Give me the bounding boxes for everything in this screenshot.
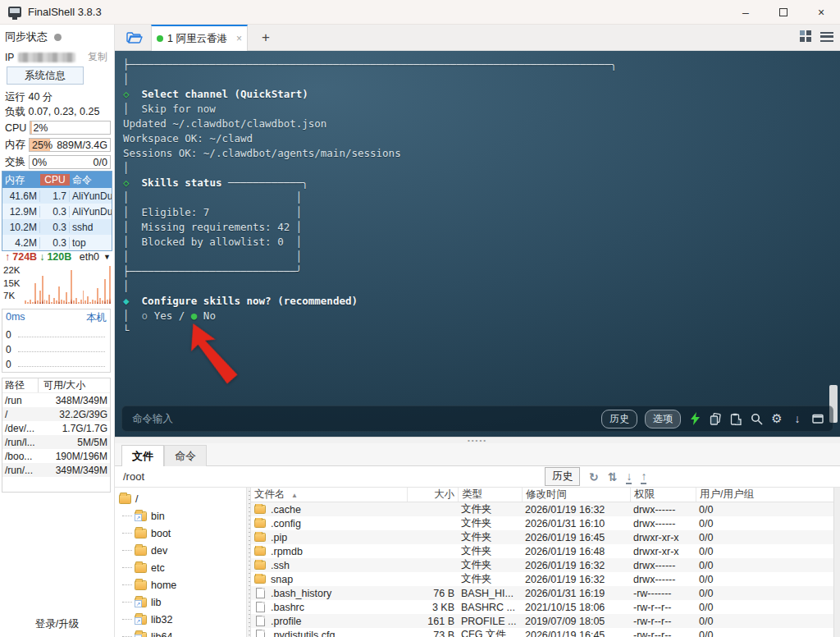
ping-target-link[interactable]: 本机: [86, 311, 107, 326]
disk-row[interactable]: /run/...349M/349M: [2, 463, 110, 477]
maximize-button[interactable]: [765, 0, 802, 25]
disk-path: /run/l...: [2, 437, 39, 448]
copy-icon[interactable]: [709, 412, 722, 425]
process-col-mem[interactable]: 内存: [2, 173, 40, 187]
file-row[interactable]: .profile161 BPROFILE ...2019/07/09 18:05…: [251, 614, 840, 628]
tree-item-etc[interactable]: etc: [115, 559, 246, 576]
interface-select[interactable]: eth0: [80, 251, 99, 263]
file-row[interactable]: .cache文件夹2026/01/19 16:32drwx------0/0: [251, 502, 840, 516]
terminal[interactable]: ├───────────────────────────────────────…: [115, 51, 840, 437]
file-owner: 0/0: [696, 546, 840, 557]
tab-files[interactable]: 文件: [121, 445, 164, 467]
search-icon[interactable]: [750, 412, 763, 425]
file-row[interactable]: .bash_history76 BBASH_HI...2026/01/31 16…: [251, 586, 840, 600]
open-connections-button[interactable]: [121, 27, 148, 48]
process-row[interactable]: 12.9M0.3AliYunDu: [2, 204, 112, 219]
tree-item-bin[interactable]: bin: [115, 507, 246, 525]
disk-row[interactable]: /32.2G/39G: [2, 407, 110, 421]
tab-commands[interactable]: 命令: [164, 445, 207, 467]
panel-splitter[interactable]: •••••: [115, 437, 840, 443]
tree-item-root[interactable]: /: [115, 490, 246, 507]
network-bar: [39, 291, 41, 304]
refresh-icon[interactable]: ↻: [589, 470, 599, 483]
ytick-22k: 22K: [3, 265, 25, 275]
col-mtime[interactable]: 修改时间: [522, 488, 630, 502]
paste-icon[interactable]: [729, 412, 742, 425]
tree-item-dev[interactable]: dev: [115, 542, 246, 559]
sidebar: 同步状态 IP 复制 系统信息 运行 40 分 负载 0.07, 0.23, 0…: [0, 25, 115, 637]
file-table-body: .cache文件夹2026/01/19 16:32drwx------0/0.c…: [251, 502, 840, 637]
gear-icon[interactable]: ⚙: [770, 412, 783, 425]
command-input[interactable]: [130, 412, 601, 425]
col-perm[interactable]: 权限: [630, 488, 696, 502]
process-col-cmd[interactable]: 命令: [70, 173, 112, 187]
disk-row[interactable]: /boo...190M/196M: [2, 449, 110, 463]
ping-row: 0: [6, 355, 107, 370]
load-text: 负载 0.07, 0.23, 0.25: [5, 105, 111, 119]
upload-file-icon[interactable]: ↑: [641, 470, 646, 484]
disk-col-path[interactable]: 路径: [2, 378, 39, 392]
col-size[interactable]: 大小: [407, 488, 458, 502]
download-icon[interactable]: ↓: [791, 412, 804, 425]
path-history-button[interactable]: 历史: [545, 467, 580, 486]
file-row[interactable]: .bashrc3 KBBASHRC ...2021/10/15 18:06-rw…: [251, 600, 840, 614]
network-bar: [66, 292, 67, 304]
options-button[interactable]: 选项: [645, 410, 681, 428]
process-row[interactable]: 10.2M0.3sshd: [2, 219, 112, 235]
network-bar: [34, 283, 36, 304]
current-path-input[interactable]: /root: [123, 470, 144, 483]
layout-grid-icon[interactable]: [800, 30, 812, 43]
file-name-cell: .ssh: [251, 560, 407, 571]
tree-item-lib[interactable]: lib: [115, 593, 246, 611]
file-owner: 0/0: [696, 630, 840, 637]
tab-close-icon[interactable]: ×: [236, 33, 242, 44]
file-name: .config: [271, 518, 301, 529]
terminal-output: ├───────────────────────────────────────…: [123, 57, 837, 338]
file-table-scrollbar[interactable]: [833, 488, 840, 637]
close-button[interactable]: ×: [802, 0, 840, 25]
history-button[interactable]: 历史: [601, 410, 637, 428]
process-cmd: top: [70, 237, 112, 249]
mem-detail: 889M/3.4G: [57, 140, 107, 151]
file-row[interactable]: .config文件夹2026/01/31 16:10drwx------0/0: [251, 516, 840, 530]
file-row[interactable]: .ssh文件夹2026/01/19 16:32drwx------0/0: [251, 558, 840, 572]
file-perm: drwx------: [630, 504, 696, 516]
session-tab[interactable]: 1 阿里云香港 ×: [151, 25, 248, 51]
disk-table-body: /run348M/349M/32.2G/39G/dev/...1.7G/1.7G…: [2, 393, 110, 477]
tree-item-boot[interactable]: boot: [115, 525, 246, 542]
menu-icon[interactable]: [820, 32, 833, 42]
file-row[interactable]: .pip文件夹2026/01/19 16:45drwxr-xr-x0/0: [251, 530, 840, 544]
copy-ip-button[interactable]: 复制: [88, 50, 107, 64]
col-type[interactable]: 类型: [458, 488, 522, 502]
col-owner[interactable]: 用户/用户组: [696, 488, 840, 502]
tree-item-home[interactable]: home: [115, 576, 246, 593]
cpu-value: 2%: [33, 122, 48, 134]
download-file-icon[interactable]: ↓: [626, 470, 632, 484]
sync-status-label: 同步状态: [5, 30, 48, 44]
interface-caret-icon[interactable]: ▼: [103, 253, 111, 261]
disk-row[interactable]: /run348M/349M: [2, 393, 110, 407]
file-row[interactable]: .pydistutils.cfg73 BCFG 文件2026/01/19 16:…: [251, 628, 840, 637]
window-icon[interactable]: [811, 412, 824, 425]
col-filename[interactable]: 文件名 ▲: [251, 488, 407, 502]
file-row[interactable]: snap文件夹2026/01/19 16:32drwx------0/0: [251, 572, 840, 586]
tree-item-lib32[interactable]: lib32: [115, 611, 246, 628]
file-row[interactable]: .rpmdb文件夹2026/01/19 16:48drwxr-xr-x0/0: [251, 544, 840, 558]
minimize-button[interactable]: –: [727, 0, 765, 25]
process-row[interactable]: 4.2M0.3top: [2, 235, 112, 250]
disk-row[interactable]: /run/l...5M/5M: [2, 435, 110, 449]
login-upgrade-link[interactable]: 登录/升级: [0, 617, 114, 631]
file-mtime: 2026/01/19 16:32: [522, 504, 630, 516]
process-row[interactable]: 41.6M1.7AliYunDu: [2, 188, 112, 204]
new-tab-button[interactable]: +: [256, 28, 276, 48]
file-perm: drwx------: [630, 518, 696, 529]
tree-item-lib64[interactable]: lib64: [115, 628, 246, 637]
system-info-button[interactable]: 系统信息: [7, 66, 84, 85]
lightning-icon[interactable]: [688, 412, 701, 425]
transfer-icon[interactable]: ⇅: [608, 470, 618, 483]
process-col-cpu[interactable]: CPU: [40, 174, 70, 186]
disk-row[interactable]: /dev/...1.7G/1.7G: [2, 421, 110, 435]
tree-connector: [122, 619, 132, 620]
file-perm: -rw-r--r--: [630, 630, 696, 637]
disk-col-size[interactable]: 可用/大小: [39, 378, 110, 392]
